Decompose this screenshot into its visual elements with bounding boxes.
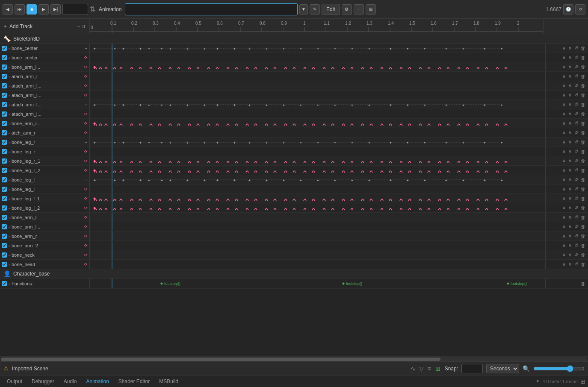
track-down-button[interactable]: ∨ [567,64,573,70]
track-checkbox[interactable] [2,83,7,88]
track-checkbox[interactable] [2,281,7,286]
track-timeline[interactable] [90,250,545,259]
track-up-button[interactable]: ∧ [561,102,567,107]
track-down-button[interactable]: ∨ [567,214,573,220]
track-up-button[interactable]: ∧ [561,243,567,248]
track-delete-button[interactable]: 🗑 [580,140,586,145]
track-loop-button[interactable]: ↺ [573,83,579,88]
track-loop-button[interactable]: ↺ [573,92,579,98]
track-up-button[interactable]: ∧ [561,186,567,192]
track-loop-button[interactable]: ↺ [573,158,579,164]
prev-keyframe-button[interactable]: ⏮ [15,4,25,15]
track-delete-button[interactable]: 🗑 [580,93,586,98]
snap-value-input[interactable]: 0.1 [461,364,483,373]
track-up-button[interactable]: ∧ [561,139,567,145]
track-delete-button[interactable]: 🗑 [580,205,586,211]
track-timeline[interactable]: ✦✦✦✦✦✦✦✦✦✦✦✦✦✦✦✦✦✦✦✦✦✦✦✦✦✦ [90,138,545,147]
filter-button[interactable]: ▽ [419,365,424,372]
track-timeline[interactable] [90,62,545,71]
track-loop-button[interactable]: ↺ [573,224,579,229]
track-timeline[interactable] [90,222,545,231]
track-timeline[interactable] [90,213,545,222]
track-down-button[interactable]: ∨ [567,130,573,135]
track-checkbox[interactable] [2,196,7,201]
track-up-button[interactable]: ∧ [561,64,567,70]
track-timeline[interactable]: ✦✦✦✦✦✦✦✦✦✦✦✦✦✦✦✦✦✦✦✦✦✦✦✦✦✦ [90,175,545,184]
track-delete-button[interactable]: 🗑 [580,74,586,79]
extra-button[interactable]: ⊞ [366,4,376,15]
next-frame-button[interactable]: ▶| [50,4,61,15]
track-down-button[interactable]: ∨ [567,177,573,182]
track-delete-button[interactable]: 🗑 [580,168,586,173]
track-down-button[interactable]: ∨ [567,111,573,117]
track-checkbox[interactable] [2,64,7,70]
track-up-button[interactable]: ∧ [561,45,567,51]
track-timeline[interactable] [90,91,545,100]
track-down-button[interactable]: ∨ [567,186,573,192]
track-loop-button[interactable]: ↺ [573,177,579,182]
track-timeline[interactable] [90,260,545,269]
track-checkbox[interactable] [2,93,7,98]
track-delete-button[interactable]: 🗑 [580,121,586,126]
track-delete-button[interactable]: 🗑 [580,102,586,107]
track-delete-button[interactable]: 🗑 [580,46,586,51]
track-loop-button[interactable]: ↺ [573,111,579,117]
track-up-button[interactable]: ∧ [561,167,567,173]
more-button[interactable]: ⋮ [354,4,364,15]
track-timeline[interactable] [90,147,545,156]
track-delete-button[interactable]: 🗑 [580,243,586,248]
track-loop-button[interactable]: ↺ [573,261,579,267]
track-timeline[interactable] [90,53,545,62]
track-delete-button[interactable]: 🗑 [580,252,586,258]
track-up-button[interactable]: ∧ [561,130,567,135]
track-down-button[interactable]: ∨ [567,83,573,88]
track-timeline[interactable] [90,156,545,165]
track-down-button[interactable]: ∨ [567,205,573,211]
track-checkbox[interactable] [2,234,7,239]
track-timeline[interactable] [90,241,545,250]
track-delete-button[interactable]: 🗑 [580,215,586,220]
track-timeline[interactable]: ✦✦✦✦✦✦✦✦✦✦✦✦✦✦✦✦✦✦✦✦✦✦✦✦✦✦ [90,100,545,109]
track-down-button[interactable]: ∨ [567,167,573,173]
time-input[interactable]: 0.1 [62,4,88,15]
track-checkbox[interactable] [2,224,7,229]
tracks-area[interactable]: 🦴 Skeleton3D ⬥ bone_center ↔ ✦ ✦ ✦ ✦ ✦ ✦ [0,34,588,356]
track-down-button[interactable]: ∨ [567,149,573,154]
track-down-button[interactable]: ∨ [567,73,573,79]
pencil-button[interactable]: ✎ [310,4,320,15]
track-delete-button[interactable]: 🗑 [580,158,586,164]
track-loop-button[interactable]: ↺ [573,149,579,154]
track-up-button[interactable]: ∧ [561,205,567,211]
track-delete-button[interactable]: 🗑 [580,64,586,70]
track-down-button[interactable]: ∨ [567,196,573,201]
track-loop-button[interactable]: ↺ [573,45,579,51]
snap-unit-select[interactable]: Seconds [486,364,519,373]
track-up-button[interactable]: ∧ [561,111,567,117]
track-checkbox[interactable] [2,262,7,267]
zoom-out-button[interactable]: 🔍 [523,365,530,372]
track-checkbox[interactable] [2,168,7,173]
track-up-button[interactable]: ∧ [561,214,567,220]
track-up-button[interactable]: ∧ [561,224,567,229]
track-checkbox[interactable] [2,177,7,182]
track-loop-button[interactable]: ↺ [573,167,579,173]
track-loop-button[interactable]: ↺ [573,130,579,135]
settings-button[interactable]: ⚙ [342,4,352,15]
track-checkbox[interactable] [2,46,7,51]
track-up-button[interactable]: ∧ [561,252,567,258]
track-checkbox[interactable] [2,102,7,107]
track-loop-button[interactable]: ↺ [573,73,579,79]
track-down-button[interactable]: ∨ [567,261,573,267]
tab-output[interactable]: Output [3,376,27,387]
track-checkbox[interactable] [2,187,7,192]
track-timeline[interactable] [90,81,545,90]
track-checkbox[interactable] [2,130,7,135]
track-delete-button[interactable]: 🗑 [580,55,586,60]
track-timeline[interactable] [90,109,545,118]
track-up-button[interactable]: ∧ [561,55,567,60]
tab-audio[interactable]: Audio [59,376,81,387]
track-delete-button[interactable]: 🗑 [580,262,586,267]
track-loop-button[interactable]: ↺ [573,102,579,107]
edit-button[interactable]: Edit [322,4,340,15]
track-checkbox[interactable] [2,121,7,126]
